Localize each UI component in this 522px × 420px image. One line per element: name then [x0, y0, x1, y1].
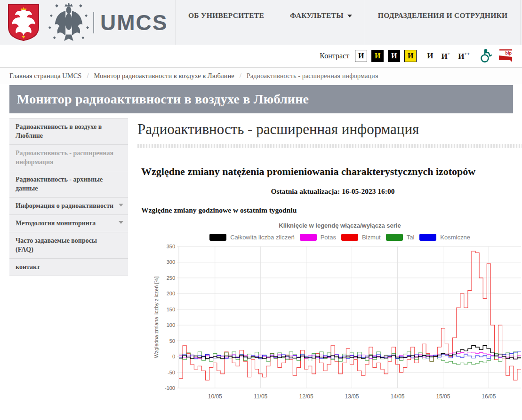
- logo-group[interactable]: UMCS: [0, 0, 175, 45]
- y-tick-label: 200: [167, 291, 175, 297]
- legend-swatch: [341, 234, 358, 241]
- breadcrumb: Главная страница UMCS/Монитор радиоактив…: [0, 68, 522, 84]
- banner-title: Монитор радиоактивности в воздухе в Любл…: [9, 92, 309, 107]
- umcs-eagle-icon: [48, 2, 89, 43]
- sidebar-item[interactable]: Методология мониторинга: [9, 215, 128, 232]
- legend-item[interactable]: Bizmut: [341, 234, 381, 241]
- bip-logo-text: bip: [506, 51, 512, 55]
- legend-label: Potas: [321, 234, 336, 241]
- nav-item-label: ОБ УНИВЕРСИТЕТЕ: [188, 11, 264, 19]
- x-tick-label: 12/05: [299, 393, 313, 400]
- x-tick-label: 15/05: [436, 393, 450, 400]
- font-size-option[interactable]: И++: [458, 51, 470, 61]
- y-tick-label: 300: [167, 260, 175, 265]
- legend-item[interactable]: Tal: [386, 234, 415, 241]
- y-tick-label: -100: [165, 385, 175, 391]
- series-Bizmut: [179, 251, 521, 380]
- x-tick-label: 10/05: [208, 393, 222, 400]
- legend-item[interactable]: Całkowita liczba zliczeń: [209, 234, 295, 241]
- sidebar-item-label: Радиоактивность - расширенная информация: [16, 150, 113, 166]
- chevron-down-icon: [119, 204, 123, 206]
- nav-item[interactable]: ФАКУЛЬТЕТЫ: [277, 0, 365, 45]
- legend-label: Bizmut: [362, 234, 381, 241]
- contrast-option[interactable]: И: [355, 50, 367, 62]
- chart-plot: -100-5005010015020025030035010/0511/0512…: [152, 242, 522, 404]
- breadcrumb-separator: /: [87, 72, 88, 80]
- y-tick-label: 0: [172, 354, 175, 359]
- nav-item-label: ФАКУЛЬТЕТЫ: [290, 11, 344, 19]
- site-header: UMCS ОБ УНИВЕРСИТЕТЕФАКУЛЬТЕТЫПОДРАЗДЕЛЕ…: [0, 0, 522, 45]
- section-title: Względne zmiany natężenia promieniowania…: [141, 165, 502, 178]
- page-title: Радиоактивность - расширенная информация: [137, 121, 522, 138]
- breadcrumb-item[interactable]: Главная страница UMCS: [9, 72, 81, 80]
- main-column: Радиоактивность - расширенная информация…: [128, 118, 522, 404]
- sidebar-item[interactable]: Информация о радиоактивности: [9, 198, 128, 215]
- sidebar-item-label: Часто задаваемые вопросы (FAQ): [16, 237, 97, 253]
- y-tick-label: 50: [169, 338, 175, 344]
- accessibility-icons: bip: [479, 49, 513, 63]
- sidebar-item-label: Информация о радиоактивности: [16, 202, 113, 209]
- sidebar-item[interactable]: Радиоактивность в воздухе в Люблине: [9, 119, 128, 145]
- y-axis-label: Względna zmiana liczby zliczeń [%]: [153, 277, 159, 358]
- breadcrumb-item[interactable]: Монитор радиоактивности в воздухе в Любл…: [94, 72, 234, 80]
- legend-swatch: [300, 234, 317, 241]
- contrast-options: ИИИИ: [355, 50, 417, 62]
- main-nav: ОБ УНИВЕРСИТЕТЕФАКУЛЬТЕТЫПОДРАЗДЕЛЕНИЯ И…: [175, 0, 521, 45]
- legend-label: Całkowita liczba zliczeń: [230, 234, 295, 241]
- x-tick-label: 16/05: [482, 393, 496, 400]
- umcs-logo-text: UMCS: [100, 10, 168, 35]
- legend-swatch: [419, 234, 436, 241]
- legend-swatch: [386, 234, 403, 241]
- y-tick-label: 250: [167, 275, 175, 281]
- legend-label: Kosmiczne: [440, 234, 470, 241]
- chart-title: Kliknięcie w legendę włącza/wyłącza seri…: [152, 222, 522, 229]
- sidebar-item-label: Радиоактивность в воздухе в Люблине: [16, 123, 102, 139]
- bip-logo-icon[interactable]: bip: [498, 49, 513, 63]
- page: UMCS ОБ УНИВЕРСИТЕТЕФАКУЛЬТЕТЫПОДРАЗДЕЛЕ…: [0, 0, 522, 420]
- y-tick-label: 350: [167, 244, 175, 249]
- sidebar-item-label: Методология мониторинга: [16, 220, 96, 227]
- contrast-option[interactable]: И: [371, 50, 384, 62]
- contrast-option[interactable]: И: [388, 50, 400, 62]
- y-tick-label: 150: [167, 307, 175, 312]
- sidebar-item[interactable]: контакт: [9, 259, 128, 276]
- contrast-label: Контраст: [320, 52, 349, 60]
- sidebar-item-label: Радиоактивность - архивные данные: [16, 176, 103, 192]
- logo-divider: [93, 12, 94, 33]
- x-tick-label: 13/05: [345, 393, 359, 400]
- font-size-option[interactable]: И: [427, 51, 433, 61]
- last-update-text: Ostatnia aktualizacja: 16-05-2023 16:00: [137, 187, 522, 196]
- page-banner: Монитор радиоактивности в воздухе в Любл…: [9, 85, 513, 113]
- x-tick-label: 11/05: [254, 393, 267, 400]
- accessibility-bar: Контраст ИИИИ ИИ+И++ bip: [0, 45, 522, 68]
- chevron-down-icon: [119, 221, 123, 224]
- chart-legend: Całkowita liczba zliczeńPotasBizmutTalKo…: [152, 234, 522, 241]
- content: Радиоактивность в воздухе в ЛюблинеРадио…: [0, 113, 522, 404]
- legend-label: Tal: [407, 234, 415, 241]
- legend-item[interactable]: Potas: [300, 234, 336, 241]
- sidebar-item[interactable]: Радиоактивность - расширенная информация: [9, 145, 128, 171]
- font-size-option[interactable]: И+: [441, 51, 450, 61]
- hatch-divider: [137, 144, 522, 148]
- breadcrumb-separator: /: [240, 72, 241, 80]
- sidebar-item[interactable]: Радиоактивность - архивные данные: [9, 171, 128, 198]
- sidebar-item[interactable]: Часто задаваемые вопросы (FAQ): [9, 232, 128, 259]
- y-tick-label: -50: [168, 370, 175, 375]
- y-tick-label: 100: [167, 323, 175, 328]
- breadcrumb-item: Радиоактивность - расширенная информация: [247, 72, 378, 80]
- legend-swatch: [209, 234, 226, 241]
- nav-item[interactable]: ОБ УНИВЕРСИТЕТЕ: [175, 0, 277, 45]
- nav-item-label: ПОДРАЗДЕЛЕНИЯ И СОТРУДНИКИ: [378, 11, 508, 19]
- contrast-option[interactable]: И: [404, 50, 417, 62]
- chart-block: Kliknięcie w legendę włącza/wyłącza seri…: [152, 222, 522, 404]
- nav-item[interactable]: ПОДРАЗДЕЛЕНИЯ И СОТРУДНИКИ: [365, 0, 521, 45]
- legend-item[interactable]: Kosmiczne: [419, 234, 470, 241]
- chevron-down-icon: [347, 15, 352, 17]
- sidebar-item-label: контакт: [16, 263, 40, 270]
- poland-coat-of-arms-icon: [7, 4, 40, 41]
- sidebar: Радиоактивность в воздухе в ЛюблинеРадио…: [9, 118, 128, 404]
- chart-heading: Względne zmiany godzinowe w ostatnim tyg…: [141, 206, 522, 214]
- wheelchair-icon[interactable]: [479, 49, 492, 63]
- x-tick-label: 14/05: [390, 393, 404, 400]
- font-size-options: ИИ+И++: [427, 51, 470, 61]
